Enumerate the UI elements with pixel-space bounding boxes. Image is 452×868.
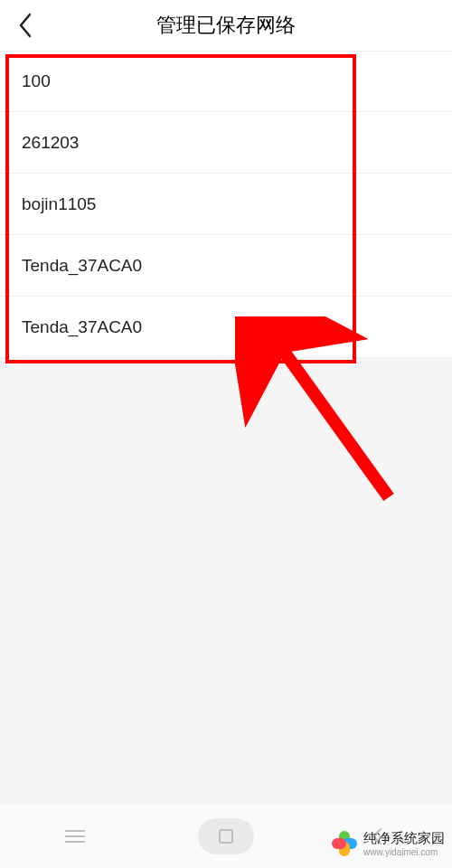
back-button[interactable] <box>0 0 51 51</box>
network-item[interactable]: Tenda_37ACA0 <box>0 297 452 358</box>
watermark-brand: 纯净系统家园 <box>363 830 445 845</box>
back-icon <box>17 13 33 38</box>
network-item[interactable]: bojin1105 <box>0 174 452 235</box>
network-name: Tenda_37ACA0 <box>22 317 142 337</box>
menu-icon <box>65 829 85 844</box>
network-item[interactable]: Tenda_37ACA0 <box>0 235 452 297</box>
network-name: Tenda_37ACA0 <box>22 256 142 276</box>
network-name: 100 <box>22 71 51 91</box>
svg-rect-4 <box>220 830 232 843</box>
saved-networks-list: 100 261203 bojin1105 Tenda_37ACA0 Tenda_… <box>0 51 452 358</box>
svg-line-0 <box>285 353 389 497</box>
home-button[interactable] <box>151 816 300 857</box>
page-title: 管理已保存网络 <box>0 12 452 39</box>
watermark-url: www.yidaimei.com <box>363 847 445 857</box>
header: 管理已保存网络 <box>0 0 452 51</box>
watermark: 纯净系统家园 www.yidaimei.com <box>331 830 445 857</box>
network-item[interactable]: 100 <box>0 51 452 112</box>
square-icon <box>219 829 233 844</box>
recent-apps-button[interactable] <box>1 816 150 857</box>
network-item[interactable]: 261203 <box>0 112 452 174</box>
network-name: 261203 <box>22 133 79 153</box>
watermark-logo-icon <box>331 830 358 857</box>
network-name: bojin1105 <box>22 194 96 214</box>
